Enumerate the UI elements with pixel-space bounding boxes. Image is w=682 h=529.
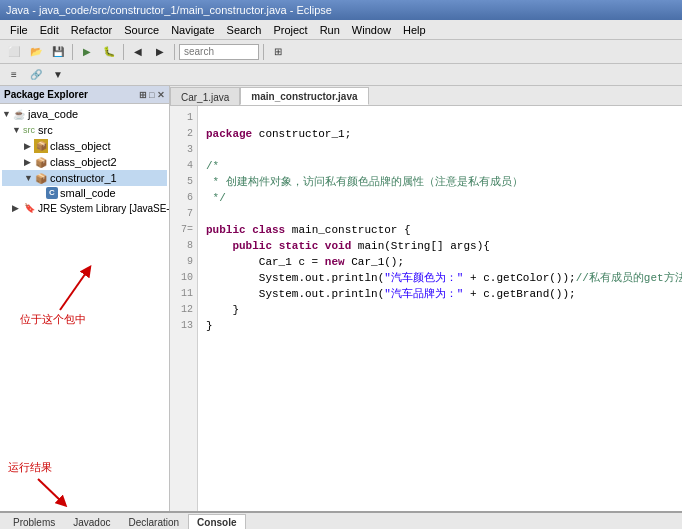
toolbar-secondary: ≡ 🔗 ▼ (0, 64, 682, 86)
ln-11: 11 (174, 286, 193, 302)
toolbar-sep-4 (263, 44, 264, 60)
pkg-explorer-actions: ⊞ □ ✕ (139, 90, 165, 100)
label-class-object2: class_object2 (50, 156, 117, 168)
tree-java-code[interactable]: ▼ ☕ java_code (2, 106, 167, 122)
ln-3: 3 (174, 142, 193, 158)
label-src: src (38, 124, 53, 136)
annotation-region: 位于这个包中 (0, 272, 169, 456)
tab-car1-label: Car_1.java (181, 92, 229, 103)
label-constructor1: constructor_1 (50, 172, 117, 184)
icon-constructor1: 📦 (34, 171, 48, 185)
bottom-tabs: Problems Javadoc Declaration Console (0, 513, 682, 529)
icon-jre: 🔖 (22, 201, 36, 215)
back-button[interactable]: ◀ (128, 43, 148, 61)
tree-jre[interactable]: ▶ 🔖 JRE System Library [JavaSE-1.7] (2, 200, 167, 216)
ln-12: 12 (174, 302, 193, 318)
menu-run[interactable]: Run (314, 22, 346, 38)
ln-5: 5 (174, 174, 193, 190)
tab-console[interactable]: Console (188, 514, 245, 530)
menu-search[interactable]: Search (221, 22, 268, 38)
line-numbers: 1 2 3 4 5 6 7 7= 8 9 10 11 12 13 (170, 106, 198, 511)
tree-constructor1[interactable]: ▼ 📦 constructor_1 (2, 170, 167, 186)
arrow-src: ▼ (12, 125, 22, 135)
open-button[interactable]: 📂 (26, 43, 46, 61)
title-text: Java - java_code/src/constructor_1/main_… (6, 4, 332, 16)
search-input[interactable] (179, 44, 259, 60)
link-editor-button[interactable]: 🔗 (26, 66, 46, 84)
tab-console-label: Console (197, 517, 236, 528)
pkg-annotation-text: 位于这个包中 (20, 312, 86, 327)
ln-7: 7 (174, 206, 193, 222)
tab-problems-label: Problems (13, 517, 55, 528)
arrow-class-object: ▶ (24, 141, 34, 151)
tree-src[interactable]: ▼ src src (2, 122, 167, 138)
icon-class-object2: 📦 (34, 155, 48, 169)
menu-project[interactable]: Project (267, 22, 313, 38)
toolbar-sep-1 (72, 44, 73, 60)
run-button[interactable]: ▶ (77, 43, 97, 61)
debug-button[interactable]: 🐛 (99, 43, 119, 61)
tab-main-constructor-label: main_constructor.java (251, 91, 357, 102)
pkg-arrow-svg (50, 262, 100, 312)
tree-small-code[interactable]: C small_code (2, 186, 167, 200)
tab-declaration-label: Declaration (129, 517, 180, 528)
ln-8: 8 (174, 238, 193, 254)
run-annotation-region: 运行结果 (0, 456, 169, 511)
run-annotation-text: 运行结果 (8, 460, 52, 475)
ln-4: 4 (174, 158, 193, 174)
ln-13: 13 (174, 318, 193, 334)
ln-1: 1 (174, 110, 193, 126)
menu-help[interactable]: Help (397, 22, 432, 38)
svg-line-1 (60, 270, 88, 310)
label-small-code: small_code (60, 187, 116, 199)
icon-src: src (22, 123, 36, 137)
menu-bar: File Edit Refactor Source Navigate Searc… (0, 20, 682, 40)
new-button[interactable]: ⬜ (4, 43, 24, 61)
label-class-object: class_object (50, 140, 111, 152)
icon-small-code: C (46, 187, 58, 199)
arrow-java-code: ▼ (2, 109, 12, 119)
tab-javadoc-label: Javadoc (73, 517, 110, 528)
menu-navigate[interactable]: Navigate (165, 22, 220, 38)
package-explorer-header: Package Explorer ⊞ □ ✕ (0, 86, 169, 104)
ln-6: 6 (174, 190, 193, 206)
pkg-arrow (50, 262, 100, 314)
tab-main-constructor[interactable]: main_constructor.java (240, 87, 368, 105)
run-annotation-container: 运行结果 (8, 460, 161, 507)
menu-refactor[interactable]: Refactor (65, 22, 119, 38)
main-layout: Package Explorer ⊞ □ ✕ ▼ ☕ java_code ▼ s… (0, 86, 682, 511)
save-button[interactable]: 💾 (48, 43, 68, 61)
tree-class-object[interactable]: ▶ 📦 class_object (2, 138, 167, 154)
icon-class-object: 📦 (34, 139, 48, 153)
svg-line-3 (38, 479, 63, 503)
menu-source[interactable]: Source (118, 22, 165, 38)
toolbar-sep-3 (174, 44, 175, 60)
view-menu-button[interactable]: ▼ (48, 66, 68, 84)
menu-file[interactable]: File (4, 22, 34, 38)
run-arrow-svg (8, 477, 68, 507)
ln-10: 10 (174, 270, 193, 286)
menu-window[interactable]: Window (346, 22, 397, 38)
forward-button[interactable]: ▶ (150, 43, 170, 61)
package-tree: ▼ ☕ java_code ▼ src src ▶ 📦 class_object… (0, 104, 169, 272)
collapse-all-button[interactable]: ≡ (4, 66, 24, 84)
code-content[interactable]: package constructor_1; /* * 创建构件对象，访问私有颜… (198, 106, 682, 511)
tab-javadoc[interactable]: Javadoc (64, 514, 119, 530)
ln-2: 2 (174, 126, 193, 142)
arrow-jre: ▶ (12, 203, 22, 213)
editor-area: Car_1.java main_constructor.java 1 2 3 4… (170, 86, 682, 511)
bottom-panel: Problems Javadoc Declaration Console <te… (0, 511, 682, 529)
tab-problems[interactable]: Problems (4, 514, 64, 530)
perspectives-button[interactable]: ⊞ (268, 43, 288, 61)
label-java-code: java_code (28, 108, 78, 120)
tab-car1[interactable]: Car_1.java (170, 87, 240, 105)
ln-7b: 7= (174, 222, 193, 238)
tree-class-object2[interactable]: ▶ 📦 class_object2 (2, 154, 167, 170)
toolbar-sep-2 (123, 44, 124, 60)
tab-declaration[interactable]: Declaration (120, 514, 189, 530)
arrow-class-object2: ▶ (24, 157, 34, 167)
label-jre: JRE System Library [JavaSE-1.7] (38, 203, 169, 214)
package-explorer-title: Package Explorer (4, 89, 88, 100)
menu-edit[interactable]: Edit (34, 22, 65, 38)
left-panel: Package Explorer ⊞ □ ✕ ▼ ☕ java_code ▼ s… (0, 86, 170, 511)
